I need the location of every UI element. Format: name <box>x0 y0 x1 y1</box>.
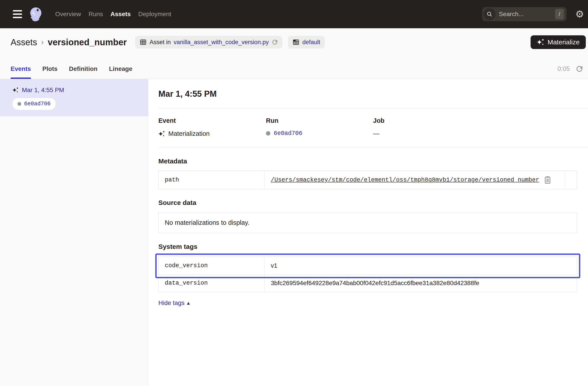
tag-value: 3bfc269594ef649228e9a74bab00f042efc91d5a… <box>265 274 577 292</box>
copy-path-button[interactable] <box>543 176 552 184</box>
metadata-path-link[interactable]: /Users/smackesey/stm/code/elementl/oss/t… <box>271 177 539 183</box>
nav-item-assets[interactable]: Assets <box>110 11 131 18</box>
caret-up-icon: ▲ <box>187 301 190 305</box>
run-status-dot <box>18 102 21 106</box>
asset-tabs: Events Plots Definition Lineage 0:05 <box>0 59 588 79</box>
search-input[interactable] <box>499 11 555 18</box>
tab-lineage[interactable]: Lineage <box>109 59 132 79</box>
nav-item-overview[interactable]: Overview <box>55 11 81 18</box>
materialization-sparkle-icon <box>158 130 165 137</box>
source-data-heading: Source data <box>158 199 577 206</box>
event-type-value: Materialization <box>168 130 210 137</box>
materialization-sparkle-icon <box>12 87 19 93</box>
dagster-logo-icon[interactable] <box>28 6 43 22</box>
nav-item-deployment[interactable]: Deployment <box>138 11 171 18</box>
tab-plots[interactable]: Plots <box>42 59 57 79</box>
event-details-panel: Mar 1, 4:55 PM Event Materialization Run… <box>148 79 588 386</box>
page-title-asset-name: versioned_number <box>48 37 127 47</box>
clipboard-icon <box>543 176 552 184</box>
refresh-icon[interactable] <box>576 65 583 73</box>
asset-table-icon <box>140 39 147 46</box>
breadcrumb-chevron-icon: › <box>41 38 44 47</box>
divider <box>158 108 588 108</box>
source-data-empty-message: No materializations to display. <box>165 219 249 226</box>
events-sidebar: Mar 1, 4:55 PM 6e0ad706 <box>0 79 148 386</box>
event-column: Event Materialization <box>158 117 266 137</box>
metadata-heading: Metadata <box>158 158 577 165</box>
menu-icon[interactable] <box>13 10 22 18</box>
run-label: Run <box>266 117 373 124</box>
asset-badge-prefix: Asset in <box>149 39 171 46</box>
source-data-empty-box: No materializations to display. <box>158 212 577 233</box>
event-list-item-selected[interactable]: Mar 1, 4:55 PM 6e0ad706 <box>0 79 148 116</box>
run-status-dot <box>266 131 270 136</box>
reload-definition-icon[interactable] <box>272 39 278 45</box>
metadata-actions-cell <box>565 171 577 189</box>
job-value: — <box>373 130 379 137</box>
code-location-badge: default <box>288 36 325 48</box>
system-tags-table: code_version v1 data_version 3bfc269594e… <box>158 257 577 292</box>
run-id-badge[interactable]: 6e0ad706 <box>12 98 56 110</box>
event-timestamp-link[interactable]: Mar 1, 4:55 PM <box>22 87 64 94</box>
materialize-button[interactable]: Materialize <box>531 35 586 49</box>
primary-nav: Overview Runs Assets Deployment <box>55 11 171 18</box>
run-id-label: 6e0ad706 <box>24 101 51 107</box>
metadata-table: path /Users/smackesey/stm/code/elementl/… <box>158 171 577 189</box>
top-nav-bar: Overview Runs Assets Deployment / ⚙ <box>0 0 588 28</box>
event-summary-row: Event Materialization Run 6e0ad706 Job — <box>158 117 577 137</box>
asset-page-header: Assets › versioned_number Asset in vanil… <box>0 28 588 79</box>
dagster-app: Overview Runs Assets Deployment / ⚙ Asse… <box>0 0 588 386</box>
code-location-link[interactable]: default <box>302 39 320 46</box>
breadcrumb-assets-link[interactable]: Assets <box>11 37 37 47</box>
code-location-icon <box>293 39 299 46</box>
event-label: Event <box>158 117 266 124</box>
metadata-key: path <box>159 171 265 189</box>
tab-events[interactable]: Events <box>11 59 31 79</box>
run-column: Run 6e0ad706 <box>266 117 373 137</box>
table-row-data-version: data_version 3bfc269594ef649228e9a74bab0… <box>159 274 577 292</box>
search-shortcut-key: / <box>555 9 564 20</box>
tag-value: v1 <box>265 257 577 274</box>
hide-tags-link[interactable]: Hide tags <box>158 299 185 306</box>
job-column: Job — <box>373 117 577 137</box>
table-row: path /Users/smackesey/stm/code/elementl/… <box>159 171 577 189</box>
nav-item-runs[interactable]: Runs <box>89 11 103 18</box>
event-title: Mar 1, 4:55 PM <box>158 89 577 99</box>
refresh-countdown: 0:05 <box>558 65 570 72</box>
table-row-code-version: code_version v1 <box>159 257 577 274</box>
search-box[interactable]: / <box>482 7 567 21</box>
system-tags-heading: System tags <box>158 243 577 250</box>
tab-definition[interactable]: Definition <box>69 59 97 79</box>
asset-definition-badge: Asset in vanilla_asset_with_code_version… <box>135 36 282 48</box>
asset-definition-file-link[interactable]: vanilla_asset_with_code_version.py <box>174 39 269 46</box>
search-icon <box>483 8 495 20</box>
tag-key: data_version <box>159 274 265 292</box>
divider <box>158 147 588 148</box>
sparkle-icon <box>537 39 544 46</box>
job-label: Job <box>373 117 577 124</box>
tag-key: code_version <box>159 257 265 274</box>
settings-gear-icon[interactable]: ⚙ <box>575 9 584 19</box>
run-id-link[interactable]: 6e0ad706 <box>274 130 302 137</box>
